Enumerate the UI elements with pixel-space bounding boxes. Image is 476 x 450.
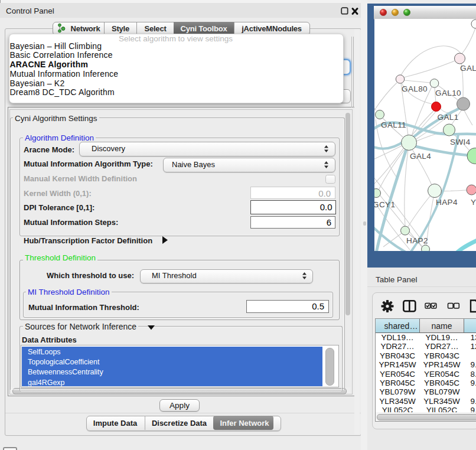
svg-text:GAL4: GAL4 — [410, 151, 431, 160]
svg-text:SWI4: SWI4 — [450, 137, 471, 146]
svg-text:GAL11: GAL11 — [381, 120, 406, 129]
svg-text:GAL1: GAL1 — [438, 113, 459, 122]
svg-text:GCY1: GCY1 — [374, 200, 395, 209]
svg-text:GAL10: GAL10 — [435, 89, 461, 97]
svg-text:Y: Y — [471, 197, 476, 206]
svg-text:HAP4: HAP4 — [436, 198, 458, 207]
svg-text:GAL2: GAL2 — [460, 64, 476, 73]
svg-text:GAL80: GAL80 — [402, 84, 428, 93]
svg-text:HAP2: HAP2 — [406, 236, 428, 244]
